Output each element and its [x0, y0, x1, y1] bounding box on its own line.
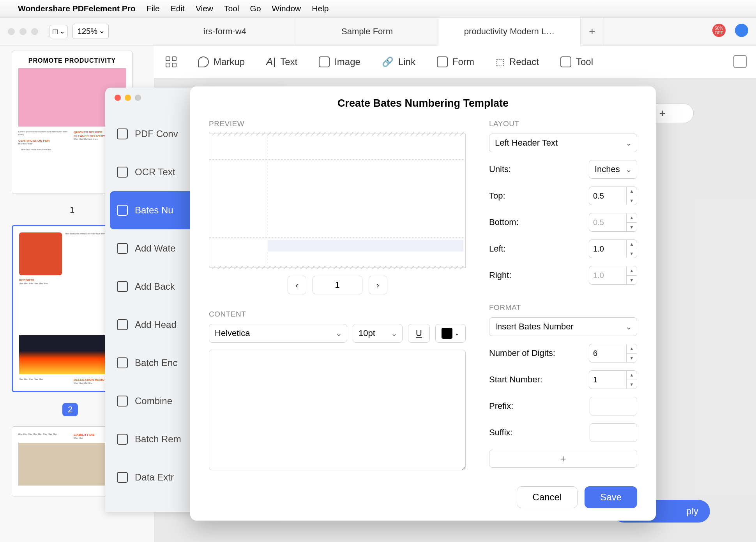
tool-icon	[560, 56, 571, 67]
prev-page-button[interactable]: ‹	[288, 276, 306, 294]
promo-badge-icon[interactable]: 50%OFF	[712, 24, 726, 37]
window-topbar: ◫ ⌄ 125% irs-form-w4 Sample Form product…	[0, 18, 756, 46]
ribbon-tool[interactable]: Tool	[560, 56, 593, 67]
new-tab-button[interactable]: +	[581, 18, 604, 46]
ribbon-redact[interactable]: ⬚Redact	[496, 56, 539, 67]
zoom-select[interactable]: 125%	[72, 24, 109, 39]
format-select[interactable]: Insert Bates Number	[489, 317, 637, 336]
left-label: Left:	[489, 244, 506, 254]
panel-traffic-lights[interactable]	[115, 95, 141, 101]
text-icon: A|	[266, 56, 276, 68]
font-select[interactable]: Helvetica	[209, 324, 347, 343]
units-label: Units:	[489, 164, 511, 174]
format-label: FORMAT	[489, 303, 637, 312]
menu-edit[interactable]: Edit	[171, 4, 185, 13]
modal-title: Create Bates Numbering Template	[209, 97, 637, 109]
add-field-button[interactable]: +	[489, 450, 637, 468]
markup-icon	[198, 56, 209, 67]
units-select[interactable]: Inches	[589, 160, 637, 179]
trash-icon	[117, 434, 128, 445]
color-select[interactable]: ⌄	[435, 324, 466, 343]
menu-file[interactable]: File	[147, 4, 160, 13]
panel-toggle-icon[interactable]	[733, 55, 747, 68]
right-label: Right:	[489, 270, 511, 280]
right-input[interactable]: ▲▼	[589, 266, 637, 285]
ribbon-text[interactable]: A|Text	[266, 56, 297, 68]
bottom-label: Bottom:	[489, 217, 519, 227]
image-icon	[319, 56, 330, 67]
suffix-input[interactable]	[590, 423, 637, 442]
link-icon: 🔗	[382, 56, 394, 67]
bates-template-modal: Create Bates Numbering Template PREVIEW …	[190, 86, 656, 521]
layout-label: LAYOUT	[489, 120, 637, 128]
page-number-input[interactable]	[313, 276, 362, 294]
redact-icon: ⬚	[496, 56, 505, 67]
menu-go[interactable]: Go	[250, 4, 261, 13]
ribbon-image[interactable]: Image	[319, 56, 360, 67]
cancel-button[interactable]: Cancel	[517, 486, 578, 508]
thumb1-title: PROMOTE PRODUCTIVITY	[18, 57, 126, 64]
ribbon-link[interactable]: 🔗Link	[382, 56, 415, 67]
ribbon-form[interactable]: Form	[437, 56, 474, 67]
watermark-icon	[117, 243, 128, 254]
sidebar-toggle-icon[interactable]: ◫ ⌄	[49, 25, 68, 38]
apps-grid-icon[interactable]	[166, 56, 177, 67]
macos-menubar: Wondershare PDFelement Pro File Edit Vie…	[0, 0, 756, 18]
underline-button[interactable]: U	[408, 324, 430, 343]
save-button[interactable]: Save	[585, 486, 637, 508]
left-input[interactable]: ▲▼	[589, 239, 637, 258]
traffic-lights[interactable]	[8, 28, 38, 35]
document-tabs: irs-form-w4 Sample Form productivity Mod…	[154, 18, 604, 46]
page-label-2: 2	[62, 403, 78, 416]
layout-position-select[interactable]: Left Header Text	[489, 134, 637, 152]
digits-input[interactable]: ▲▼	[589, 344, 637, 363]
ocr-icon	[117, 167, 128, 178]
top-input[interactable]: ▲▼	[589, 187, 637, 205]
digits-label: Number of Digits:	[489, 348, 555, 358]
combine-icon	[117, 396, 128, 406]
user-avatar[interactable]	[735, 24, 748, 37]
preview-area	[209, 134, 466, 268]
convert-icon	[117, 128, 128, 139]
start-label: Start Number:	[489, 375, 542, 385]
menu-tool[interactable]: Tool	[224, 4, 239, 13]
background-icon	[117, 281, 128, 292]
tool-ribbon: Markup A|Text Image 🔗Link Form ⬚Redact T…	[154, 46, 756, 78]
bates-icon	[117, 205, 128, 216]
menu-window[interactable]: Window	[272, 4, 301, 13]
prefix-label: Prefix:	[489, 401, 513, 411]
start-input[interactable]: ▲▼	[589, 370, 637, 389]
header-icon	[117, 319, 128, 330]
content-label: CONTENT	[209, 310, 466, 319]
menu-help[interactable]: Help	[312, 4, 329, 13]
zoom-value: 125%	[78, 27, 97, 36]
ribbon-markup[interactable]: Markup	[198, 56, 245, 67]
tab-1[interactable]: Sample Form	[296, 18, 438, 46]
lock-icon	[117, 357, 128, 368]
font-size-select[interactable]: 10pt	[353, 324, 403, 343]
prefix-input[interactable]	[590, 397, 637, 415]
top-label: Top:	[489, 191, 505, 201]
next-page-button[interactable]: ›	[369, 276, 387, 294]
tab-0[interactable]: irs-form-w4	[154, 18, 296, 46]
menu-view[interactable]: View	[196, 4, 213, 13]
content-textarea[interactable]	[209, 350, 466, 470]
tab-2[interactable]: productivity Modern L…	[438, 18, 581, 46]
app-name[interactable]: Wondershare PDFelement Pro	[18, 4, 136, 13]
extract-icon	[117, 472, 128, 483]
bottom-input[interactable]: ▲▼	[589, 213, 637, 232]
form-icon	[437, 56, 448, 67]
color-swatch	[442, 328, 452, 339]
suffix-label: Suffix:	[489, 428, 513, 438]
preview-label: PREVIEW	[209, 120, 466, 128]
